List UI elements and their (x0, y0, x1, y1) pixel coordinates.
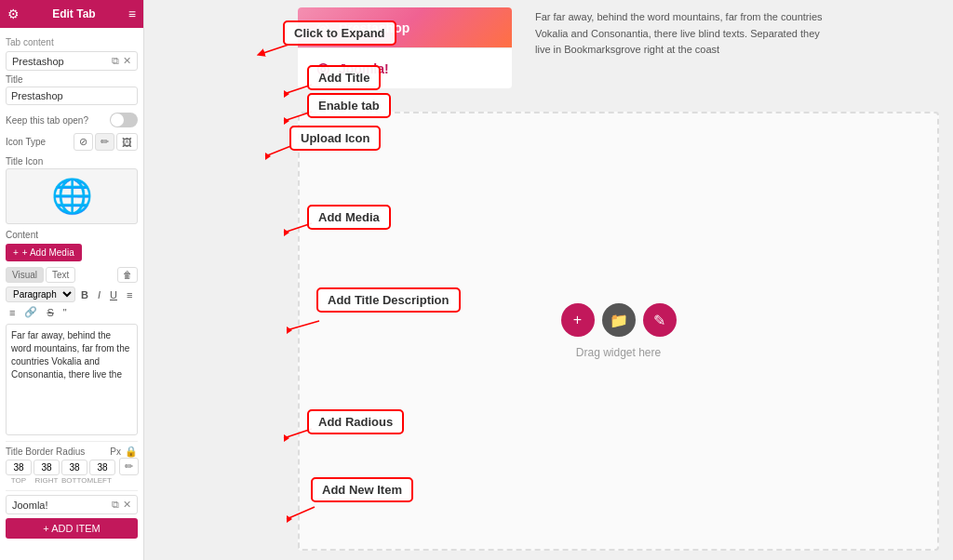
widget-buttons: + 📁 ✎ (561, 303, 677, 337)
menu-icon[interactable]: ≡ (128, 7, 136, 21)
prestashop-tab-label: Prestashop (12, 56, 112, 67)
sidebar-title: Edit Tab (20, 7, 128, 20)
list-ol-btn[interactable]: ≡ (6, 305, 19, 320)
svg-marker-9 (284, 229, 289, 236)
widget-area: + 📁 ✎ Drag widget here (298, 112, 939, 551)
arrow-click-to-expand (256, 35, 293, 63)
prestashop-tab-preview[interactable]: ◎ Prestashop (298, 7, 512, 47)
title-label: Title (6, 74, 138, 85)
joomla-tab-name: Joomla! (339, 61, 389, 76)
br-sublabels: TOP RIGHT BOTTOM LEFT (6, 476, 138, 485)
prestashop-tab-item[interactable]: Prestashop ⧉ ✕ (6, 51, 138, 71)
keep-tab-toggle[interactable] (110, 113, 138, 127)
tab-item-icons: ⧉ ✕ (112, 55, 131, 67)
toggle-knob (111, 113, 124, 127)
widget-folder-btn[interactable]: 📁 (602, 303, 636, 337)
italic-btn[interactable]: I (94, 287, 104, 302)
add-media-label: + Add Media (22, 247, 74, 258)
border-radius-section: Title Border Radius Px 🔒 ✏ TOP RIGHT (6, 446, 138, 485)
svg-marker-3 (284, 90, 289, 98)
sidebar-content: Tab content Prestashop ⧉ ✕ Title Keep th… (0, 28, 143, 560)
copy-icon[interactable]: ⧉ (112, 55, 119, 67)
title-input[interactable] (6, 87, 138, 105)
text-tab[interactable]: Text (46, 267, 75, 283)
bold-btn[interactable]: B (77, 287, 92, 302)
tabs-preview-container: ◎ Prestashop ◎ Joomla! (298, 7, 512, 88)
link-btn[interactable]: 🔗 (20, 304, 41, 320)
svg-marker-15 (287, 515, 292, 523)
svg-marker-5 (284, 117, 289, 125)
icon-type-upload-btn[interactable]: 🖼 (116, 133, 138, 151)
editor-area[interactable]: Far far away, behind the word mountains,… (6, 324, 138, 435)
svg-line-6 (265, 145, 293, 156)
widget-edit-btn[interactable]: ✎ (643, 303, 677, 337)
prestashop-tab-icon: ◎ (316, 19, 329, 36)
add-item-button[interactable]: + ADD ITEM (6, 518, 138, 539)
underline-btn[interactable]: U (106, 287, 121, 302)
icon-type-none-btn[interactable]: ⊘ (74, 133, 93, 151)
br-pencil-btn[interactable]: ✏ (119, 458, 139, 475)
br-left-input[interactable] (89, 460, 115, 475)
br-row: Title Border Radius Px 🔒 (6, 446, 138, 458)
sidebar-header: ⚙ Edit Tab ≡ (0, 0, 143, 28)
editor-tabs: Visual Text 🗑 (6, 267, 138, 283)
joomla-tab-preview[interactable]: ◎ Joomla! (298, 47, 512, 88)
br-top-input[interactable] (6, 460, 32, 475)
keep-tab-open-row: Keep this tab open? (6, 113, 138, 127)
drag-widget-text: Drag widget here (576, 346, 661, 359)
separator (6, 441, 138, 442)
keep-tab-open-label: Keep this tab open? (6, 115, 88, 126)
joomla-close-icon[interactable]: ✕ (123, 499, 131, 511)
add-media-button[interactable]: + + Add Media (6, 244, 82, 261)
blockquote-btn[interactable]: " (60, 305, 71, 320)
tabs-preview: ◎ Prestashop ◎ Joomla! (298, 7, 512, 88)
close-icon[interactable]: ✕ (123, 55, 131, 67)
title-icon-label: Title Icon (6, 156, 138, 167)
svg-marker-7 (265, 153, 271, 160)
prestashop-tab-name: Prestashop (339, 20, 409, 35)
svg-line-0 (261, 45, 289, 54)
joomla-tab-item[interactable]: Joomla! ⧉ ✕ (6, 495, 138, 514)
globe-icon: 🌐 (51, 177, 93, 216)
editor-toolbar: Paragraph B I U ≡ ≡ 🔗 S " (6, 287, 138, 320)
title-icon-box[interactable]: 🌐 (6, 168, 138, 224)
svg-marker-13 (284, 434, 289, 442)
separator2 (6, 490, 138, 491)
add-item-label: + ADD ITEM (43, 523, 100, 534)
br-top-label: TOP (6, 476, 32, 485)
strike-btn[interactable]: S (43, 305, 57, 320)
br-unit: Px (110, 447, 121, 457)
joomla-item-icons: ⧉ ✕ (112, 499, 131, 511)
icon-type-image-btn[interactable]: ✏ (95, 133, 114, 151)
joomla-copy-icon[interactable]: ⧉ (112, 499, 119, 511)
br-label: Title Border Radius (6, 447, 106, 457)
br-bottom-input[interactable] (61, 460, 87, 475)
icon-type-label: Icon Type (6, 137, 46, 147)
visual-tab[interactable]: Visual (6, 267, 44, 283)
trash-tab[interactable]: 🗑 (117, 267, 138, 283)
joomla-tab-label: Joomla! (12, 500, 112, 511)
add-media-icon: + (13, 247, 19, 258)
br-right-input[interactable] (34, 460, 60, 475)
sidebar: ⚙ Edit Tab ≡ Tab content Prestashop ⧉ ✕ … (0, 0, 144, 560)
content-label: Content (6, 230, 138, 240)
br-right-label: RIGHT (34, 476, 60, 485)
tab-content-label: Tab content (6, 37, 138, 47)
tab-description: Far far away, behind the word mountains,… (535, 9, 833, 59)
icon-type-buttons: ⊘ ✏ 🖼 (74, 133, 138, 151)
widget-add-btn[interactable]: + (561, 303, 595, 337)
br-lock-icon[interactable]: 🔒 (125, 446, 138, 458)
list-ul-btn[interactable]: ≡ (123, 287, 136, 302)
title-field-group: Title (6, 74, 138, 105)
br-inputs (6, 460, 115, 475)
joomla-tab-icon: ◎ (316, 60, 329, 77)
icon-type-row: Icon Type ⊘ ✏ 🖼 (6, 133, 138, 151)
svg-marker-11 (287, 327, 292, 334)
settings-icon[interactable]: ⚙ (7, 7, 20, 21)
paragraph-select[interactable]: Paragraph (6, 287, 75, 302)
arrow-upload-icon (261, 138, 298, 166)
content-area: ◎ Prestashop ◎ Joomla! Far far away, beh… (144, 0, 953, 560)
main-content: ◎ Prestashop ◎ Joomla! Far far away, beh… (144, 0, 953, 560)
br-left-label: LEFT (89, 476, 115, 485)
br-bottom-label: BOTTOM (61, 476, 87, 485)
